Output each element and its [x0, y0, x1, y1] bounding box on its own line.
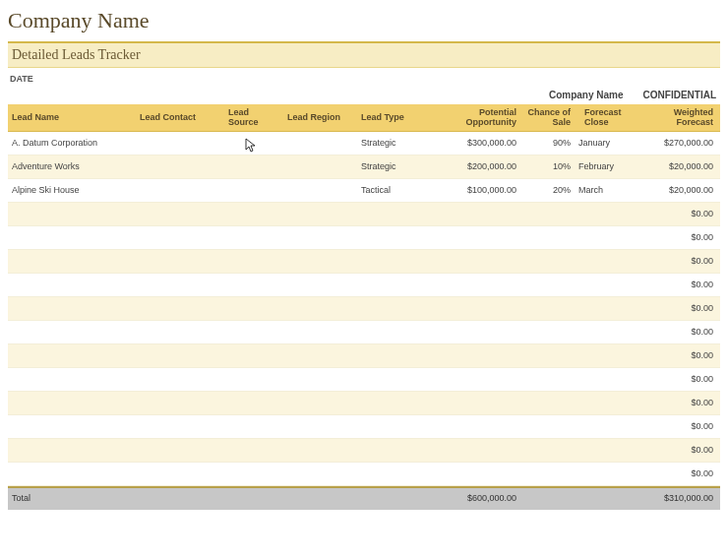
- cell-lead-source: [224, 165, 283, 169]
- cell-lead-source: [224, 213, 283, 217]
- cell-lead-contact: [136, 165, 224, 169]
- cell-potential: $100,000.00: [424, 184, 520, 198]
- cell-forecast: [575, 378, 634, 382]
- col-lead-type: Lead Type: [357, 111, 424, 125]
- cell-lead-source: [224, 260, 283, 264]
- cell-lead-type: [357, 283, 424, 287]
- cell-lead-region: [283, 472, 357, 476]
- cell-lead-source: [224, 236, 283, 240]
- cell-lead-name: [8, 236, 136, 240]
- cell-forecast: [575, 354, 634, 358]
- col-chance: Chance of Sale: [520, 106, 575, 130]
- cell-lead-source: [224, 354, 283, 358]
- cell-lead-source: [224, 283, 283, 287]
- cell-forecast: [575, 331, 634, 335]
- cell-weighted: $0.00: [634, 302, 717, 316]
- table-row: Adventure WorksStrategic$200,000.0010%Fe…: [8, 156, 720, 179]
- cell-lead-name: [8, 402, 136, 405]
- total-weighted: $310,000.00: [634, 492, 717, 506]
- cell-lead-name: [8, 283, 136, 287]
- cell-lead-name: [8, 425, 136, 429]
- cell-potential: $300,000.00: [424, 137, 520, 151]
- meta-confidential: CONFIDENTIAL: [643, 90, 716, 100]
- cell-forecast: February: [575, 160, 634, 174]
- cell-lead-contact: [136, 260, 224, 264]
- cell-chance: [520, 236, 575, 240]
- cell-chance: [520, 213, 575, 217]
- col-lead-name: Lead Name: [8, 111, 136, 125]
- subtitle-bar: Detailed Leads Tracker: [8, 41, 720, 68]
- cell-lead-contact: [136, 402, 224, 405]
- cell-forecast: March: [575, 184, 634, 198]
- cell-chance: [520, 425, 575, 429]
- table-row: $0.00: [8, 321, 720, 344]
- table-row: $0.00: [8, 415, 720, 439]
- cell-weighted: $0.00: [634, 231, 717, 245]
- cell-forecast: [575, 402, 634, 405]
- cell-potential: [424, 307, 520, 311]
- cell-weighted: $0.00: [634, 255, 717, 269]
- cell-weighted: $0.00: [634, 397, 717, 410]
- total-label: Total: [8, 492, 136, 506]
- cell-weighted: $20,000.00: [634, 184, 717, 198]
- col-lead-contact: Lead Contact: [136, 111, 224, 125]
- cell-lead-type: [357, 260, 424, 264]
- table-row: $0.00: [8, 344, 720, 368]
- cell-lead-name: [8, 354, 136, 358]
- cell-lead-source: [224, 449, 283, 453]
- cell-lead-contact: [136, 425, 224, 429]
- cell-chance: [520, 307, 575, 311]
- table-row: $0.00: [8, 463, 720, 486]
- cell-lead-contact: [136, 331, 224, 335]
- cell-lead-source: [224, 425, 283, 429]
- cell-lead-type: [357, 449, 424, 453]
- cell-forecast: [575, 260, 634, 264]
- cell-forecast: [575, 425, 634, 429]
- cell-lead-type: [357, 213, 424, 217]
- cell-lead-region: [283, 449, 357, 453]
- col-forecast: Forecast Close: [575, 106, 634, 130]
- table-row: $0.00: [8, 439, 720, 463]
- cell-lead-name: A. Datum Corporation: [8, 137, 136, 151]
- cell-potential: [424, 378, 520, 382]
- cell-lead-contact: [136, 236, 224, 240]
- cell-lead-name: [8, 449, 136, 453]
- table-row: $0.00: [8, 274, 720, 297]
- cell-lead-type: Strategic: [357, 137, 424, 151]
- cell-lead-type: [357, 472, 424, 476]
- cell-lead-type: Strategic: [357, 160, 424, 174]
- cell-lead-region: [283, 283, 357, 287]
- cell-chance: [520, 260, 575, 264]
- cell-lead-source: [224, 378, 283, 382]
- cell-lead-region: [283, 425, 357, 429]
- cell-lead-source: [224, 331, 283, 335]
- cell-weighted: $270,000.00: [634, 137, 717, 151]
- cell-lead-name: [8, 213, 136, 217]
- cell-forecast: [575, 283, 634, 287]
- cell-forecast: [575, 472, 634, 476]
- cell-lead-name: [8, 260, 136, 264]
- table-row: $0.00: [8, 250, 720, 274]
- cell-lead-contact: [136, 189, 224, 193]
- total-row: Total $600,000.00 $310,000.00: [8, 486, 720, 510]
- cell-weighted: $0.00: [634, 326, 717, 340]
- cell-potential: [424, 425, 520, 429]
- cell-weighted: $0.00: [634, 467, 717, 481]
- col-potential: Potential Opportunity: [424, 106, 520, 130]
- cell-lead-type: [357, 354, 424, 358]
- cell-lead-contact: [136, 142, 224, 146]
- cell-chance: [520, 402, 575, 405]
- total-potential: $600,000.00: [424, 492, 520, 506]
- cell-lead-source: [224, 402, 283, 405]
- cell-chance: 20%: [520, 184, 575, 198]
- cell-lead-source: [224, 307, 283, 311]
- cell-lead-region: [283, 402, 357, 405]
- cell-lead-name: [8, 331, 136, 335]
- table-header: Lead Name Lead Contact Lead Source Lead …: [8, 104, 720, 132]
- cell-lead-source: [224, 472, 283, 476]
- cell-lead-source: [224, 189, 283, 193]
- meta-row: Company Name CONFIDENTIAL: [8, 86, 720, 104]
- cell-lead-region: [283, 236, 357, 240]
- cell-potential: [424, 331, 520, 335]
- cell-lead-region: [283, 142, 357, 146]
